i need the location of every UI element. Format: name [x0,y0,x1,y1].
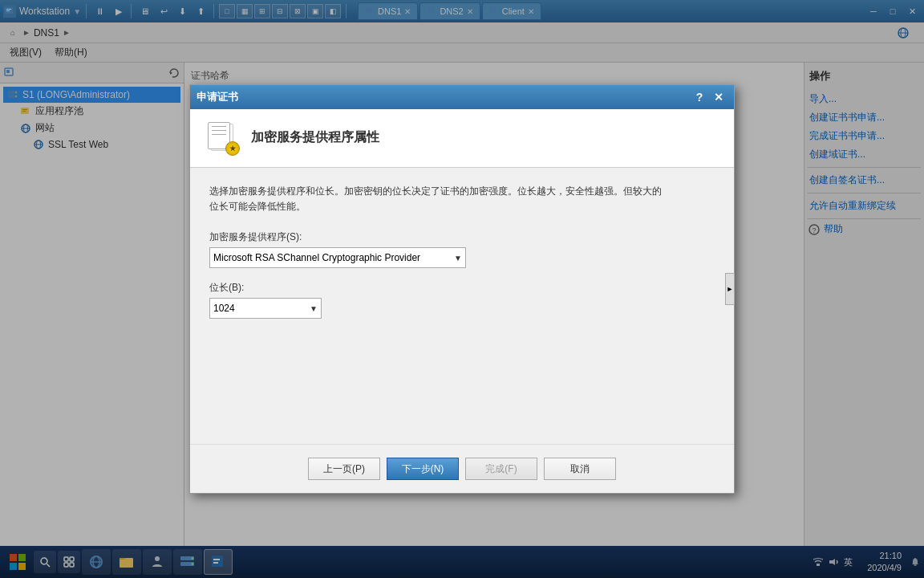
cert-stack: ★ [205,120,240,156]
dialog-header-title: 加密服务提供程序属性 [251,129,379,146]
dialog-title: 申请证书 [197,90,691,104]
bitlength-label: 位长(B): [209,281,715,295]
bitlength-form-group: 位长(B): 512102420484096 ▼ [209,281,715,319]
dialog-help-btn[interactable]: ? [691,88,708,106]
dialog: 申请证书 ? ✕ [189,84,735,494]
dialog-header: ★ 加密服务提供程序属性 [190,109,734,168]
btn-next[interactable]: 下一步(N) [387,458,459,480]
cert-icon: ★ [203,119,241,157]
modal-overlay: 申请证书 ? ✕ [0,0,924,578]
dialog-controls: ? ✕ [691,88,727,106]
dialog-scroll-arrow[interactable]: ► [725,273,735,305]
btn-cancel[interactable]: 取消 [544,458,616,480]
csp-label: 加密服务提供程序(S): [209,230,715,244]
btn-finish[interactable]: 完成(F) [465,458,537,480]
csp-form-group: 加密服务提供程序(S): Microsoft RSA SChannel Cryp… [209,230,715,268]
dialog-description: 选择加密服务提供程序和位长。加密密钥的位长决定了证书的加密强度。位长越大，安全性… [209,184,715,214]
dialog-body: 选择加密服务提供程序和位长。加密密钥的位长决定了证书的加密强度。位长越大，安全性… [190,168,734,444]
btn-prev[interactable]: 上一页(P) [308,458,380,480]
cert-badge: ★ [225,141,240,156]
dialog-footer: 上一页(P) 下一步(N) 完成(F) 取消 [190,444,734,493]
app-window: Workstation ▼ ⏸ ▶ 🖥 ↩ ⬇ ⬆ □ ▦ ⊞ ⊟ ⊠ ▣ ◧ [0,0,924,578]
bitlength-select[interactable]: 512102420484096 [209,298,322,319]
csp-select[interactable]: Microsoft RSA SChannel Cryptographic Pro… [209,247,466,268]
csp-select-wrapper: Microsoft RSA SChannel Cryptographic Pro… [209,247,466,268]
dialog-body-spacer [209,332,715,428]
dialog-close-btn[interactable]: ✕ [710,88,727,106]
bitlength-select-wrapper: 512102420484096 ▼ [209,298,322,319]
dialog-titlebar: 申请证书 ? ✕ [190,85,734,109]
